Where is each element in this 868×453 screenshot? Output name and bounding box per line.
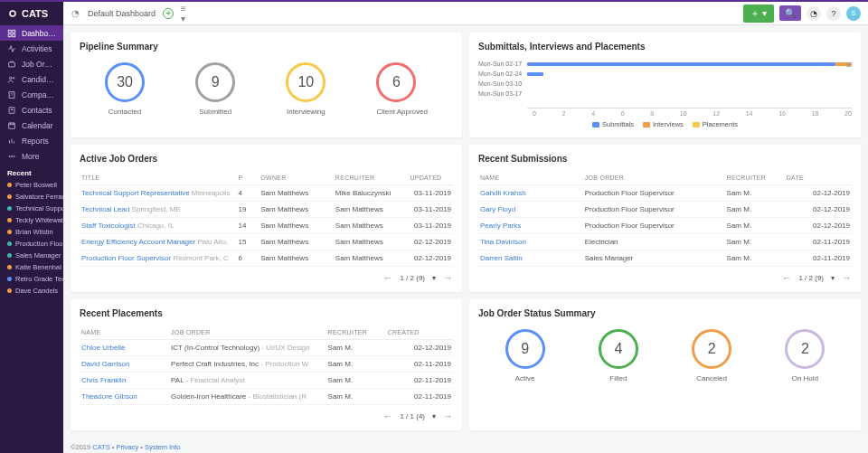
copyright: ©2019 xyxy=(71,443,92,451)
candidate-name[interactable]: Darren Saltin xyxy=(478,250,583,267)
recent-header: Recent xyxy=(0,164,63,179)
candidate-name[interactable]: Theadore Gibson xyxy=(80,389,169,405)
nav-calendar[interactable]: Calendar xyxy=(0,118,63,133)
table-row: Technical Support Representative Minneap… xyxy=(80,185,453,202)
job-title[interactable]: Technical Lead Springfield, ME xyxy=(80,202,236,218)
col-header: UPDATED xyxy=(408,171,453,185)
job-title[interactable]: Production Floor Supervisor Redmont Park… xyxy=(80,250,236,267)
nav-job-orders[interactable]: Job Orders xyxy=(0,56,63,71)
col-header: JOB ORDER xyxy=(169,326,326,340)
avatar[interactable]: S xyxy=(846,6,861,21)
footer-link-sysinfo[interactable]: System Info xyxy=(145,443,181,451)
recent-item[interactable]: Technical Support … xyxy=(0,203,63,214)
candidate-name[interactable]: Pearly Parks xyxy=(478,218,583,234)
topbar: ◔ Default Dashboard + ≡ ▾ ＋ ▾ 🔍 ◔ ? S xyxy=(63,2,868,25)
footer-link-cats[interactable]: CATS xyxy=(92,443,109,451)
legend-item: Placements xyxy=(693,120,738,128)
recent-item[interactable]: Sales Manager xyxy=(0,250,63,261)
recent-item[interactable]: Retro Grade Techn… xyxy=(0,273,63,285)
job-title[interactable]: Technical Support Representative Minneap… xyxy=(80,185,236,202)
chart-row xyxy=(527,69,852,79)
pager-text[interactable]: 1 / 2 (9) xyxy=(400,274,425,282)
col-header: P xyxy=(236,171,259,185)
recent-item[interactable]: Teddy Whitewater xyxy=(0,214,63,226)
ring-item[interactable]: 30Contacted xyxy=(105,62,145,116)
candidate-name[interactable]: Gary Floyd xyxy=(478,202,583,218)
chart-row xyxy=(527,89,852,99)
dashboard-icon xyxy=(7,29,16,38)
ring-item[interactable]: 9Active xyxy=(505,329,545,382)
chart-category: Mon-Sun 02-17 xyxy=(478,61,522,67)
next-icon[interactable]: → xyxy=(443,411,453,421)
ring-label: On Hold xyxy=(785,374,825,382)
chart-row xyxy=(527,79,852,89)
svg-rect-8 xyxy=(9,91,14,98)
ring-value: 10 xyxy=(286,62,326,102)
recent-placements-table: NAMEJOB ORDERRECRUITERCREATEDChloe Urbel… xyxy=(80,326,453,405)
candidate-name[interactable]: Chloe Urbelle xyxy=(80,340,169,356)
ring-label: Active xyxy=(505,374,545,382)
recent-item[interactable]: Katie Benenhal xyxy=(0,261,63,273)
nav-contacts[interactable]: Contacts xyxy=(0,102,63,118)
recent-item[interactable]: Brian Wilstin xyxy=(0,226,63,238)
ring-item[interactable]: 6Client Approved xyxy=(376,62,427,116)
job-title[interactable]: Staff Toxicologist Chicago, IL xyxy=(80,218,236,234)
search-button[interactable]: 🔍 xyxy=(779,5,801,21)
ring-item[interactable]: 2On Hold xyxy=(785,329,825,382)
ring-label: Submitted xyxy=(195,108,235,116)
nav-reports[interactable]: Reports xyxy=(0,133,63,148)
nav-companies[interactable]: Companies xyxy=(0,87,63,102)
help-icon[interactable]: ? xyxy=(826,6,841,21)
candidate-name[interactable]: David Garrison xyxy=(80,356,169,373)
add-widget-button[interactable]: + xyxy=(163,8,174,19)
candidates-icon xyxy=(7,75,16,84)
prev-icon[interactable]: ← xyxy=(382,411,392,421)
recent-placements-pager[interactable]: ← 1 / 1 (4)▾ → xyxy=(80,411,453,421)
nav-more[interactable]: More xyxy=(0,148,63,164)
recent-item[interactable]: Salvatore Ferraro xyxy=(0,191,63,203)
active-jobs-pager[interactable]: ← 1 / 2 (9)▾ → xyxy=(80,272,453,283)
prev-icon[interactable]: ← xyxy=(781,272,791,283)
ring-item[interactable]: 4Filled xyxy=(599,329,638,382)
recent-submissions-pager[interactable]: ← 1 / 2 (9)▾ → xyxy=(478,272,852,283)
pipeline-card: Pipeline Summary 30Contacted9Submitted10… xyxy=(71,33,462,137)
logo[interactable]: CATS xyxy=(0,2,63,25)
recent-item[interactable]: Peter Boswell xyxy=(0,179,63,191)
chevron-down-icon[interactable]: ▾ xyxy=(432,412,436,420)
recent-item[interactable]: Dave Candels xyxy=(0,285,63,297)
ring-item[interactable]: 10Interviewing xyxy=(286,62,326,116)
active-jobs-title: Active Job Orders xyxy=(80,154,453,164)
svg-rect-1 xyxy=(8,30,11,33)
create-button[interactable]: ＋ ▾ xyxy=(743,5,774,23)
prev-icon[interactable]: ← xyxy=(382,272,392,283)
pager-text[interactable]: 1 / 1 (4) xyxy=(400,412,425,420)
gauge-icon[interactable]: ◔ xyxy=(71,8,80,18)
ring-item[interactable]: 2Canceled xyxy=(692,329,731,382)
nav-dashboard[interactable]: Dashboard xyxy=(0,25,63,41)
table-row: David GarrisonPerfect Craft Industries, … xyxy=(80,356,453,373)
pager-text[interactable]: 1 / 2 (9) xyxy=(798,274,824,282)
svg-point-0 xyxy=(10,11,15,16)
job-title[interactable]: Energy Efficiency Account Manager Palo A… xyxy=(80,234,236,250)
candidate-name[interactable]: Gahdli Krahsh xyxy=(478,185,583,202)
status-summary-card: Job Order Status Summary 9Active4Filled2… xyxy=(469,299,861,430)
col-header: CREATED xyxy=(386,326,453,340)
nav-candidates[interactable]: Candidates xyxy=(0,71,63,87)
candidate-name[interactable]: Chris Franklin xyxy=(80,373,169,389)
chevron-down-icon[interactable]: ▾ xyxy=(432,274,436,282)
next-icon[interactable]: → xyxy=(842,272,852,283)
footer-link-privacy[interactable]: Privacy xyxy=(117,443,139,451)
layout-menu-icon[interactable]: ≡ ▾ xyxy=(181,8,191,18)
next-icon[interactable]: → xyxy=(443,272,453,283)
chevron-down-icon[interactable]: ▾ xyxy=(831,274,835,282)
candidate-name[interactable]: Tina Davidson xyxy=(478,234,583,250)
contacts-icon xyxy=(7,106,16,115)
submittals-chart-card: Submittals, Interviews and Placements Mo… xyxy=(469,33,861,137)
ring-item[interactable]: 9Submitted xyxy=(195,62,235,116)
recent-item[interactable]: Production Floor … xyxy=(0,238,63,250)
nav-activities[interactable]: Activities xyxy=(0,41,63,56)
notification-icon[interactable]: ◔ xyxy=(807,6,821,21)
logo-icon xyxy=(7,8,18,19)
ring-value: 9 xyxy=(195,62,235,102)
chart-menu-icon[interactable]: ≡ xyxy=(846,59,852,70)
